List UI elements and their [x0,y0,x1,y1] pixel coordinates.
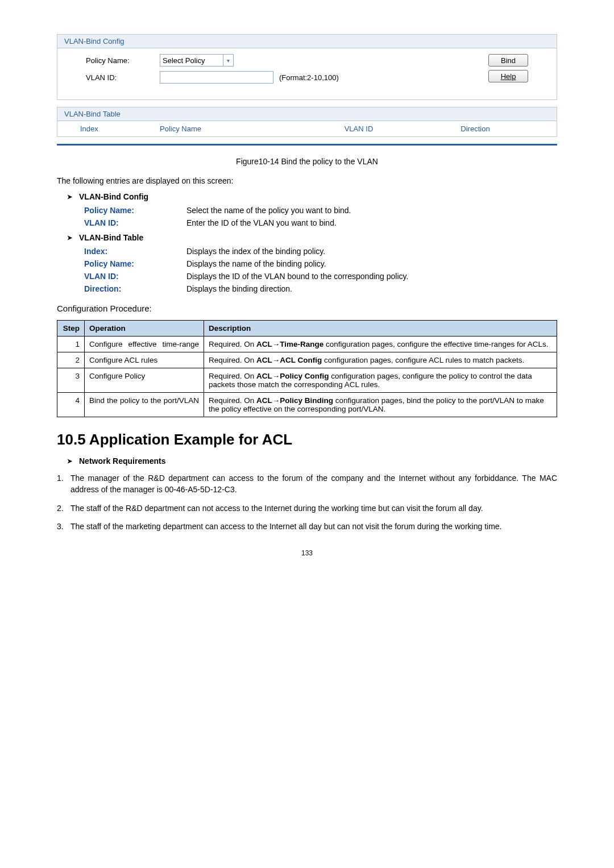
cell-op: Configure Policy [85,368,204,393]
def-term: Index: [84,247,186,256]
col-policy-name: Policy Name [160,124,285,133]
table-header-row: Index Policy Name VLAN ID Direction [57,121,557,136]
arrow-icon: ➤ [67,193,72,201]
figure-divider [57,144,557,146]
page-number: 133 [57,549,557,557]
col-direction: Direction [433,124,518,133]
bind-button[interactable]: Bind [488,54,528,67]
chevron-down-icon: ▾ [223,55,233,66]
table-row: 3 Configure Policy Required. On ACL→Poli… [57,368,557,393]
definition-row: VLAN ID: Enter the ID of the VLAN you wa… [84,218,557,227]
cell-step: 3 [57,368,85,393]
cell-step: 4 [57,393,85,417]
req-number: 1. [57,472,70,496]
vlan-id-label: VLAN ID: [86,73,160,82]
table-header-row: Step Operation Description [57,321,557,337]
def-desc: Select the name of the policy you want t… [186,206,557,215]
req-number: 2. [57,502,70,514]
cell-op: Bind the policy to the port/VLAN [85,393,204,417]
req-number: 3. [57,521,70,532]
def-term: VLAN ID: [84,218,186,227]
policy-name-label: Policy Name: [86,56,160,65]
definition-row: VLAN ID: Displays the ID of the VLAN bou… [84,272,557,281]
section-title: VLAN-Bind Table [79,233,143,242]
intro-text: The following entries are displayed on t… [57,176,557,185]
def-term: VLAN ID: [84,272,186,281]
section-heading: 10.5 Application Example for ACL [57,431,557,448]
def-desc: Displays the name of the binding policy. [186,259,557,268]
section-heading: ➤ VLAN-Bind Config [67,192,557,201]
vlan-id-input[interactable] [160,71,273,84]
def-term: Policy Name: [84,259,186,268]
th-operation: Operation [85,321,204,337]
cell-step: 2 [57,352,85,368]
req-text: The staff of the R&D department can not … [70,502,557,514]
help-button[interactable]: Help [488,70,528,82]
table-row: 4 Bind the policy to the port/VLAN Requi… [57,393,557,417]
table-row: 2 Configure ACL rules Required. On ACL→A… [57,352,557,368]
th-step: Step [57,321,85,337]
section-heading: ➤ VLAN-Bind Table [67,233,557,242]
definition-row: Index: Displays the index of the binding… [84,247,557,256]
cell-desc: Required. On ACL→Policy Config configura… [204,368,557,393]
req-text: The staff of the marketing department ca… [70,521,557,532]
cell-desc: Required. On ACL→Policy Binding configur… [204,393,557,417]
cell-desc: Required. On ACL→Time-Range configuratio… [204,337,557,352]
cell-op: Configure effective time-range [85,337,204,352]
vlan-bind-config-panel: VLAN-Bind Config Policy Name: Select Pol… [57,34,557,100]
policy-name-select[interactable]: Select Policy ▾ [160,54,234,67]
arrow-icon: ➤ [67,458,72,465]
figure-caption: Figure10-14 Bind the policy to the VLAN [57,157,557,166]
cell-op: Configure ACL rules [85,352,204,368]
requirements-list: 1. The manager of the R&D department can… [57,472,557,532]
table-row: 1 Configure effective time-range Require… [57,337,557,352]
list-item: 3. The staff of the marketing department… [57,521,557,532]
procedure-table: Step Operation Description 1 Configure e… [57,320,557,417]
cell-desc: Required. On ACL→ACL Config configuratio… [204,352,557,368]
list-item: 1. The manager of the R&D department can… [57,472,557,496]
panel-title: VLAN-Bind Config [57,35,557,48]
section-title: VLAN-Bind Config [79,192,148,201]
vlan-bind-table-panel: VLAN-Bind Table Index Policy Name VLAN I… [57,107,557,137]
col-index: Index [80,124,160,133]
th-description: Description [204,321,557,337]
definition-row: Direction: Displays the binding directio… [84,284,557,293]
col-vlan-id: VLAN ID [285,124,433,133]
requirements-title: Network Requirements [79,456,165,466]
procedure-title: Configuration Procedure: [57,304,557,313]
def-desc: Displays the binding direction. [186,284,557,293]
req-text: The manager of the R&D department can ac… [70,472,557,496]
definition-row: Policy Name: Select the name of the poli… [84,206,557,215]
requirements-heading: ➤ Network Requirements [67,456,557,466]
panel-title: VLAN-Bind Table [57,107,557,121]
list-item: 2. The staff of the R&D department can n… [57,502,557,514]
cell-step: 1 [57,337,85,352]
vlan-id-hint: (Format:2-10,100) [279,73,339,82]
def-term: Direction: [84,284,186,293]
def-desc: Displays the index of the binding policy… [186,247,557,256]
def-desc: Displays the ID of the VLAN bound to the… [186,272,557,281]
def-desc: Enter the ID of the VLAN you want to bin… [186,218,557,227]
arrow-icon: ➤ [67,234,72,242]
select-value: Select Policy [163,56,205,65]
def-term: Policy Name: [84,206,186,215]
definition-row: Policy Name: Displays the name of the bi… [84,259,557,268]
